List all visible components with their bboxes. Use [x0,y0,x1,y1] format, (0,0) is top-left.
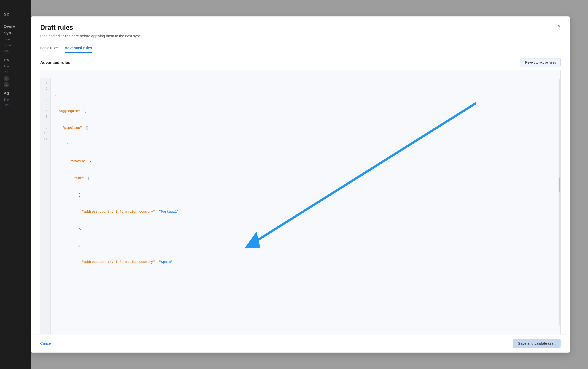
section-header: Advanced rules Revert to active rules [40,58,561,67]
revert-button[interactable]: Revert to active rules [521,58,561,67]
section-title: Advanced rules [40,60,70,65]
code-line-9: }, [54,226,557,231]
code-editor-toolbar [40,70,560,78]
save-validate-button[interactable]: Save and validate draft [513,339,561,348]
modal-title: Draft rules [40,24,561,31]
code-line-6: "$or": [ [54,175,557,181]
svg-rect-0 [555,73,557,75]
close-button[interactable]: × [558,24,561,29]
code-line-4: { [54,142,557,148]
scrollbar-thumb [558,177,560,192]
modal-footer: Cancel Save and validate draft [31,334,570,353]
code-line-1: { [54,92,557,97]
code-line-10: { [54,242,557,248]
modal-header: Draft rules Plan and edit rules here bef… [31,16,570,44]
tabs-container: Basic rules Advanced rules [31,44,570,53]
code-line-2: "aggregate": { [54,108,557,114]
scrollbar-track[interactable] [558,79,560,325]
line-numbers: 1 2 3 4 5 6 7 8 9 10 11 [40,78,51,334]
tab-basic[interactable]: Basic rules [40,44,58,53]
code-content: 1 2 3 4 5 6 7 8 9 10 11 { "aggregate": {… [40,78,560,334]
code-line-8: "address.country_information.country": "… [54,209,557,215]
code-line-3: "pipeline": [ [54,125,557,131]
code-line-11: "address.country_information.country": "… [54,259,557,265]
code-editor[interactable]: 1 2 3 4 5 6 7 8 9 10 11 { "aggregate": {… [40,70,561,334]
code-line-7: { [54,192,557,198]
tab-advanced[interactable]: Advanced rules [65,44,92,53]
cancel-button[interactable]: Cancel [40,339,52,348]
code-line-5: "$match": { [54,159,557,164]
copy-icon[interactable] [553,72,557,77]
modal-subtitle: Plan and edit rules here before applying… [40,34,561,38]
code-lines: { "aggregate": { "pipeline": [ { "$match… [51,78,560,334]
modal-body: Advanced rules Revert to active rules 1 … [31,53,570,334]
draft-rules-modal: Draft rules Plan and edit rules here bef… [31,16,570,353]
